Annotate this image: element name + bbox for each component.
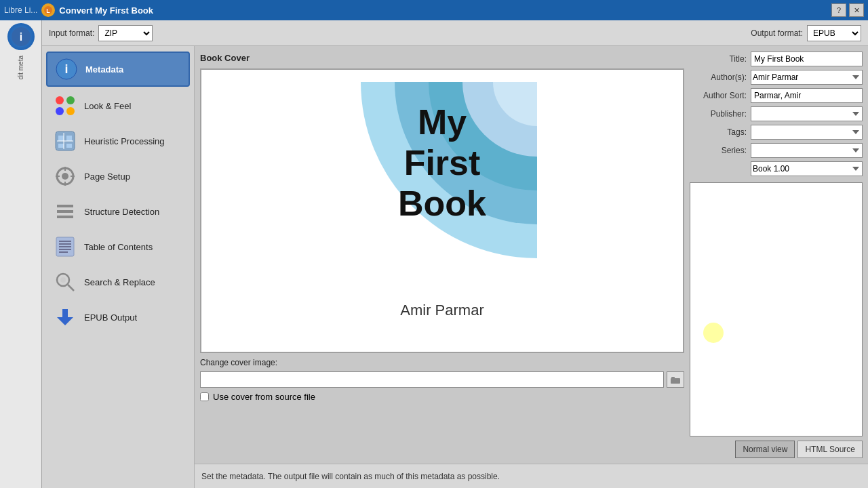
main-area: Input format: ZIP Output format: EPUB i: [42, 20, 868, 488]
series-label: Series:: [690, 146, 751, 155]
metadata-icon: i: [54, 57, 79, 81]
svg-line-33: [68, 285, 74, 291]
title-bar-controls: ? ✕: [831, 3, 864, 17]
sidebar-label-epub-output: EPUB Output: [84, 312, 137, 323]
look-feel-icon: [53, 94, 77, 118]
book-cover-title: Book Cover: [200, 52, 684, 64]
tags-label: Tags:: [690, 127, 751, 137]
close-button[interactable]: ✕: [849, 3, 864, 17]
title-label: Title:: [690, 54, 751, 64]
authors-label: Author(s):: [690, 73, 751, 82]
output-format-select[interactable]: EPUB: [807, 25, 861, 41]
sidebar-item-search[interactable]: Search & Replace: [46, 266, 190, 298]
main-panel: Book Cover My: [195, 46, 868, 488]
author-sort-input[interactable]: [751, 88, 863, 103]
sidebar-item-look-feel[interactable]: Look & Feel: [46, 89, 190, 122]
sidebar-item-metadata[interactable]: i Metadata: [46, 52, 190, 87]
output-format-label: Output format:: [751, 28, 803, 38]
svg-text:L: L: [47, 7, 51, 14]
app-left-bar: i dit meta: [0, 20, 42, 488]
book-cover-image: My First Book Amir Parmar: [347, 82, 537, 340]
sidebar-item-toc[interactable]: Table of Contents: [46, 230, 190, 263]
sidebar-item-page-setup[interactable]: Page Setup: [46, 160, 190, 192]
output-format-group: Output format: EPUB: [751, 25, 861, 41]
authors-select[interactable]: Amir Parmar: [751, 70, 863, 85]
search-icon: [53, 270, 77, 294]
browse-button[interactable]: [667, 371, 684, 388]
svg-text:i: i: [64, 62, 68, 76]
cover-author: Amir Parmar: [400, 302, 484, 319]
sidebar-label-search: Search & Replace: [84, 277, 155, 287]
sidebar-label-page-setup: Page Setup: [84, 171, 130, 182]
author-sort-row: Author Sort:: [690, 88, 863, 103]
svg-rect-14: [66, 144, 72, 148]
metadata-panel: Title: Author(s): Amir Parmar Author Sor…: [690, 52, 863, 458]
sidebar-label-heuristic: Heuristic Processing: [84, 136, 165, 146]
status-text: Set the metadata. The output file will c…: [201, 472, 500, 481]
svg-marker-35: [57, 309, 73, 325]
sidebar-item-heuristic[interactable]: Heuristic Processing: [46, 125, 190, 157]
app-name-partial: Libre Li...: [4, 5, 37, 15]
author-sort-label: Author Sort:: [690, 91, 751, 100]
svg-rect-25: [57, 216, 73, 218]
epub-output-icon: [53, 305, 77, 329]
svg-point-6: [56, 96, 64, 104]
heuristic-icon: [53, 129, 77, 153]
use-cover-label: Use cover from source file: [213, 392, 315, 402]
publisher-label: Publisher:: [690, 109, 751, 119]
sidebar-label-look-feel: Look & Feel: [84, 101, 131, 111]
input-format-group: Input format: ZIP: [49, 25, 153, 41]
change-cover-row: [200, 371, 684, 388]
title-input[interactable]: [751, 52, 863, 66]
series-row: Series:: [690, 143, 863, 158]
title-bar-left: Libre Li... L Convert My First Book: [4, 3, 831, 17]
structure-icon: [53, 199, 77, 224]
input-format-select[interactable]: ZIP: [98, 25, 153, 41]
title-row: Title:: [690, 52, 863, 66]
svg-rect-12: [66, 136, 72, 141]
content-row: i Metadata Look & Feel: [42, 46, 868, 488]
cover-image-input[interactable]: [200, 371, 664, 388]
svg-rect-41: [671, 378, 680, 384]
svg-rect-11: [58, 136, 64, 141]
sidebar-item-structure[interactable]: Structure Detection: [46, 195, 190, 228]
use-cover-checkbox[interactable]: [200, 392, 209, 401]
normal-view-button[interactable]: Normal view: [735, 441, 795, 458]
input-format-label: Input format:: [49, 28, 94, 38]
tags-select[interactable]: [751, 125, 863, 140]
title-bar: Libre Li... L Convert My First Book ? ✕: [0, 0, 868, 20]
window-title: Convert My First Book: [59, 5, 153, 16]
html-source-button[interactable]: HTML Source: [797, 441, 863, 458]
sidebar: i Metadata Look & Feel: [42, 46, 195, 488]
svg-rect-42: [671, 377, 675, 379]
book-cover-frame: My First Book Amir Parmar: [200, 68, 684, 353]
svg-point-8: [56, 107, 64, 115]
svg-rect-24: [57, 210, 73, 213]
app-left-label: dit meta: [17, 56, 24, 80]
sidebar-label-structure: Structure Detection: [84, 207, 159, 217]
help-button[interactable]: ?: [831, 3, 846, 17]
tags-row: Tags:: [690, 125, 863, 140]
sidebar-label-metadata: Metadata: [85, 64, 123, 75]
top-toolbar: Input format: ZIP Output format: EPUB: [42, 20, 868, 46]
app-logo: i: [7, 23, 35, 50]
comment-textarea[interactable]: [690, 182, 863, 436]
sidebar-label-toc: Table of Contents: [84, 242, 153, 252]
sidebar-item-epub-output[interactable]: EPUB Output: [46, 301, 190, 333]
book-area: Book Cover My: [195, 46, 868, 464]
publisher-row: Publisher:: [690, 106, 863, 121]
authors-row: Author(s): Amir Parmar: [690, 70, 863, 85]
status-bar: Set the metadata. The output file will c…: [195, 464, 868, 488]
svg-point-18: [62, 173, 68, 180]
series-num-select[interactable]: Book 1.00: [751, 161, 863, 176]
change-cover-label: Change cover image:: [200, 358, 277, 367]
svg-point-9: [66, 107, 75, 115]
publisher-select[interactable]: [751, 106, 863, 121]
svg-rect-13: [58, 144, 64, 148]
svg-point-34: [60, 277, 66, 283]
svg-point-7: [66, 96, 75, 104]
app-icon: L: [41, 3, 55, 17]
toc-icon: [53, 235, 77, 259]
series-select[interactable]: [751, 143, 863, 158]
svg-rect-23: [57, 205, 73, 207]
